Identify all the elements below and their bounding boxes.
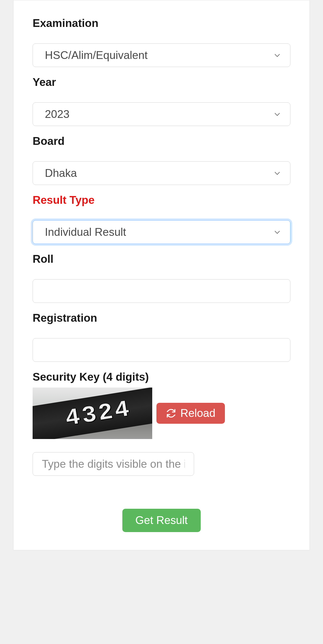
board-value: Dhaka bbox=[45, 167, 77, 180]
get-result-button[interactable]: Get Result bbox=[122, 509, 201, 532]
examination-value: HSC/Alim/Equivalent bbox=[45, 49, 147, 62]
result-type-value: Individual Result bbox=[45, 226, 126, 239]
year-select[interactable]: 2023 bbox=[33, 102, 290, 126]
submit-row: Get Result bbox=[33, 509, 290, 532]
get-result-label: Get Result bbox=[135, 514, 188, 526]
examination-group: Examination HSC/Alim/Equivalent bbox=[33, 17, 290, 67]
result-type-label: Result Type bbox=[33, 194, 290, 206]
reload-icon bbox=[166, 408, 176, 418]
registration-input[interactable] bbox=[33, 338, 290, 362]
examination-label: Examination bbox=[33, 17, 290, 30]
result-type-select[interactable]: Individual Result bbox=[33, 220, 290, 244]
roll-group: Roll bbox=[33, 253, 290, 303]
year-label: Year bbox=[33, 76, 290, 89]
board-label: Board bbox=[33, 135, 290, 148]
registration-group: Registration bbox=[33, 312, 290, 362]
roll-input[interactable] bbox=[33, 279, 290, 303]
security-label: Security Key (4 digits) bbox=[33, 371, 290, 383]
captcha-row: 4324 Reload bbox=[33, 388, 290, 439]
year-group: Year 2023 bbox=[33, 76, 290, 126]
board-group: Board Dhaka bbox=[33, 135, 290, 185]
examination-select[interactable]: HSC/Alim/Equivalent bbox=[33, 43, 290, 67]
reload-label: Reload bbox=[180, 407, 215, 420]
registration-label: Registration bbox=[33, 312, 290, 324]
year-value: 2023 bbox=[45, 108, 69, 121]
result-form-card: Examination HSC/Alim/Equivalent Year 202… bbox=[13, 0, 310, 550]
board-select[interactable]: Dhaka bbox=[33, 161, 290, 185]
captcha-text: 4324 bbox=[64, 396, 133, 432]
reload-button[interactable]: Reload bbox=[156, 403, 225, 424]
roll-label: Roll bbox=[33, 253, 290, 265]
captcha-image: 4324 bbox=[33, 388, 152, 439]
result-type-group: Result Type Individual Result bbox=[33, 194, 290, 244]
security-key-input[interactable] bbox=[33, 452, 194, 476]
security-group: Security Key (4 digits) 4324 bbox=[33, 371, 290, 476]
